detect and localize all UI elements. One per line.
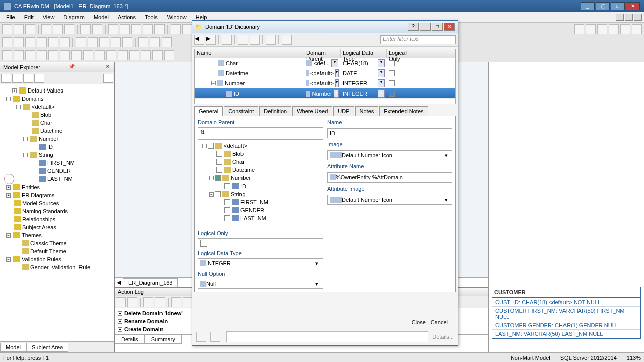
- checkbox[interactable]: [389, 70, 395, 76]
- toolbar-button[interactable]: [620, 24, 630, 34]
- tree-node-validation-rules[interactable]: Validation Rules: [22, 256, 61, 262]
- close-button[interactable]: Close: [412, 319, 426, 325]
- menu-edit[interactable]: Edit: [20, 13, 38, 21]
- shape-button[interactable]: [2, 50, 12, 60]
- toolbar-button[interactable]: [597, 24, 607, 34]
- shape-button[interactable]: [141, 50, 151, 60]
- checkbox[interactable]: [389, 80, 395, 86]
- menu-actions[interactable]: Actions: [114, 13, 140, 21]
- cancel-button[interactable]: Cancel: [431, 319, 448, 325]
- tree-node-gender-rule[interactable]: Gender_Validation_Rule: [30, 264, 90, 270]
- col-name[interactable]: Name: [195, 49, 304, 58]
- al-tab-details[interactable]: Details: [115, 335, 145, 344]
- domain-parent-sort[interactable]: ⇅: [198, 127, 323, 137]
- tree-node-model-sources[interactable]: Model Sources: [22, 200, 59, 206]
- checkbox[interactable]: [389, 90, 395, 97]
- dialog-close-button[interactable]: ✕: [444, 23, 455, 31]
- tree-node-default[interactable]: <default>: [32, 104, 55, 110]
- dlg-tool[interactable]: [266, 35, 276, 45]
- tree-node-id[interactable]: ID: [47, 144, 53, 150]
- toolbar-button[interactable]: [2, 24, 12, 34]
- grid-row[interactable]: −Number <default>▾ INTEGER▾: [195, 78, 455, 88]
- explorer-tab-icon[interactable]: [23, 74, 33, 83]
- shape-button[interactable]: [118, 50, 128, 60]
- shape-button[interactable]: [37, 50, 47, 60]
- attr-name-input[interactable]: %OwnerEntity %AttDomain: [327, 172, 452, 183]
- shape-button[interactable]: [60, 50, 70, 60]
- al-tool[interactable]: [143, 297, 153, 307]
- checkbox[interactable]: [200, 240, 207, 247]
- toolbar-button[interactable]: [162, 37, 172, 47]
- dropdown-icon[interactable]: ▾: [378, 59, 385, 67]
- col-ldt[interactable]: Logical Data Type: [341, 49, 387, 58]
- toolbar-button[interactable]: [586, 24, 596, 34]
- shape-button[interactable]: [83, 50, 93, 60]
- action-log-item[interactable]: Delete Domain 'idnew': [124, 310, 183, 316]
- tree-node-last-nm[interactable]: LAST_NM: [47, 176, 73, 182]
- toolbar-button[interactable]: [154, 24, 165, 34]
- tab-extended-notes[interactable]: Extended Notes: [379, 106, 428, 116]
- tree-node-default-values[interactable]: Default Values: [28, 87, 63, 94]
- explorer-tab-icon[interactable]: [1, 74, 11, 83]
- tree-node-gender[interactable]: GENDER: [47, 168, 71, 174]
- tab-udp[interactable]: UDP: [333, 106, 354, 116]
- al-tool[interactable]: [127, 297, 137, 307]
- minimize-button[interactable]: _: [581, 2, 595, 10]
- domain-grid[interactable]: Name Domain Parent Logical Data Type Log…: [194, 49, 456, 104]
- tree-node-datetime[interactable]: Datetime: [40, 128, 62, 134]
- tree-node-domains[interactable]: Domains: [22, 96, 43, 102]
- dlg-tool[interactable]: [250, 35, 260, 45]
- toolbar-button[interactable]: [131, 24, 141, 34]
- toolbar-button[interactable]: [182, 24, 192, 34]
- shape-button[interactable]: [71, 50, 82, 60]
- dialog-minimize-button[interactable]: _: [420, 23, 431, 31]
- tree-node-number[interactable]: Number: [39, 136, 58, 142]
- dropdown-icon[interactable]: ▾: [335, 79, 339, 87]
- toolbar-button[interactable]: [14, 37, 24, 47]
- dlg-bot-tool[interactable]: [210, 332, 220, 342]
- tree-node-string[interactable]: String: [39, 152, 53, 158]
- diagram-tab[interactable]: ER_Diagram_163: [123, 278, 178, 287]
- action-log-item[interactable]: Create Domain: [124, 326, 164, 332]
- explorer-tab-icon[interactable]: [34, 74, 44, 83]
- toolbar-button[interactable]: [143, 24, 153, 34]
- toolbar-button[interactable]: [120, 24, 130, 34]
- toolbar-button[interactable]: [88, 37, 98, 47]
- explorer-tab-icon[interactable]: [12, 74, 22, 83]
- toolbar-button[interactable]: [53, 24, 63, 34]
- toolbar-button[interactable]: [609, 24, 619, 34]
- al-tab-summary[interactable]: Summary: [145, 335, 182, 344]
- toolbar-button[interactable]: [138, 37, 148, 47]
- tree-node-first-nm[interactable]: FIRST_NM: [47, 160, 75, 166]
- logical-only-field[interactable]: [198, 238, 323, 248]
- tab-where-used[interactable]: Where Used: [292, 106, 332, 116]
- toolbar-button[interactable]: [48, 37, 58, 47]
- tree-node-subject-areas[interactable]: Subject Areas: [22, 224, 56, 230]
- checkbox[interactable]: [389, 60, 395, 66]
- pin-icon[interactable]: 📌: [68, 64, 75, 71]
- panel-close-icon[interactable]: ✕: [104, 64, 111, 71]
- tree-node-default-theme[interactable]: Default Theme: [30, 248, 66, 254]
- filter-input[interactable]: Enter filter text: [380, 35, 456, 44]
- dlg-tool[interactable]: [222, 35, 232, 45]
- shape-button[interactable]: [164, 50, 174, 60]
- toolbar-button[interactable]: [25, 24, 35, 34]
- tree-node-themes[interactable]: Themes: [22, 232, 42, 238]
- mdi-minimize-button[interactable]: [616, 14, 624, 21]
- shape-button[interactable]: [48, 50, 58, 60]
- toolbar-button[interactable]: [111, 37, 121, 47]
- dlg-bot-tool[interactable]: [196, 332, 206, 342]
- al-tool[interactable]: [183, 297, 193, 307]
- menu-file[interactable]: File: [2, 13, 19, 21]
- tab-model[interactable]: Model: [0, 343, 26, 352]
- menu-model[interactable]: Model: [90, 13, 113, 21]
- dialog-titlebar[interactable]: 📁 Domain 'ID' Dictionary ? _ □ ✕: [192, 21, 458, 33]
- dlg-nav-back[interactable]: ◀: [194, 35, 204, 45]
- toolbar-button[interactable]: [99, 37, 109, 47]
- ldt-combo[interactable]: INTEGER▾: [198, 258, 323, 268]
- menu-tools[interactable]: Tools: [141, 13, 162, 21]
- details-button[interactable]: Details...: [432, 334, 454, 340]
- restore-button[interactable]: ▢: [596, 2, 610, 10]
- null-combo[interactable]: Null▾: [198, 279, 323, 289]
- dropdown-icon[interactable]: ▾: [331, 59, 338, 67]
